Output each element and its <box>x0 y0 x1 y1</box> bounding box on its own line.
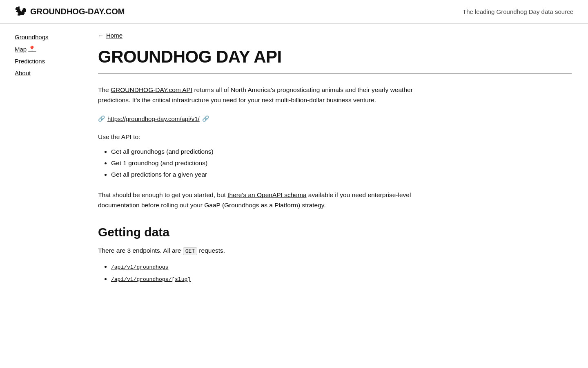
list-item: /api/v1/groundhogs/[slug] <box>111 273 572 285</box>
back-arrow-icon: ← <box>98 32 104 39</box>
page-layout: Groundhogs Map 📍 Predictions About ← Hom… <box>0 24 588 301</box>
getting-data-heading: Getting data <box>98 225 572 239</box>
map-pin-icon: 📍 <box>28 45 36 53</box>
breadcrumb-home-link[interactable]: Home <box>106 32 122 39</box>
intro-paragraph: The GROUNDHOG-DAY.com API returns all of… <box>98 85 433 105</box>
chain-icon-left: 🔗 <box>98 115 105 122</box>
endpoint-link-groundhog-slug[interactable]: /api/v1/groundhogs/[slug] <box>111 276 191 283</box>
endpoints-list: /api/v1/groundhogs /api/v1/groundhogs/[s… <box>98 260 572 285</box>
title-divider <box>98 73 572 74</box>
page-title: GROUNDHOG DAY API <box>98 47 572 67</box>
chain-icon-right: 🔗 <box>202 115 209 122</box>
sidebar-item-predictions[interactable]: Predictions <box>15 56 90 66</box>
use-api-label: Use the API to: <box>98 132 572 142</box>
site-name: GROUNDHOG-DAY.COM <box>30 7 125 16</box>
logo-icon: 🐿 <box>15 5 26 18</box>
openapi-paragraph: That should be enough to get you started… <box>98 190 433 211</box>
endpoint-link-groundhogs[interactable]: /api/v1/groundhogs <box>111 264 168 270</box>
sidebar-item-about[interactable]: About <box>15 68 90 78</box>
api-url-link[interactable]: https://groundhog-day.com/api/v1/ <box>107 115 200 122</box>
header-tagline: The leading Groundhog Day data source <box>463 8 573 15</box>
list-item: Get 1 groundhog (and predictions) <box>111 157 572 169</box>
openapi-text-before: That should be enough to get you started… <box>98 191 227 198</box>
use-api-list: Get all groundhogs (and predictions) Get… <box>98 146 572 180</box>
sidebar-item-groundhogs[interactable]: Groundhogs <box>15 32 90 42</box>
endpoints-description: There are 3 endpoints. All are GET reque… <box>98 246 572 256</box>
api-link[interactable]: GROUNDHOG-DAY.com API <box>111 86 192 93</box>
gaap-label: GaaP <box>204 202 220 209</box>
openapi-schema-link[interactable]: there's an OpenAPI schema <box>227 191 306 198</box>
site-header: 🐿 GROUNDHOG-DAY.COM The leading Groundho… <box>0 0 588 24</box>
list-item: Get all groundhogs (and predictions) <box>111 146 572 157</box>
list-item: /api/v1/groundhogs <box>111 260 572 273</box>
api-url-line: 🔗 https://groundhog-day.com/api/v1/ 🔗 <box>98 115 572 122</box>
get-badge: GET <box>183 247 197 255</box>
site-logo[interactable]: 🐿 GROUNDHOG-DAY.COM <box>15 5 125 18</box>
sidebar: Groundhogs Map 📍 Predictions About <box>0 24 90 301</box>
sidebar-item-map[interactable]: Map 📍 <box>15 44 90 54</box>
main-content: ← Home GROUNDHOG DAY API The GROUNDHOG-D… <box>90 24 588 301</box>
endpoints-text-before: There are 3 endpoints. All are <box>98 247 183 254</box>
list-item: Get all predictions for a given year <box>111 169 572 180</box>
breadcrumb: ← Home <box>98 32 572 39</box>
openapi-text-after: (Groundhogs as a Platform) strategy. <box>220 202 326 209</box>
endpoints-text-after: requests. <box>197 247 225 254</box>
sidebar-nav: Groundhogs Map 📍 Predictions About <box>15 32 90 78</box>
